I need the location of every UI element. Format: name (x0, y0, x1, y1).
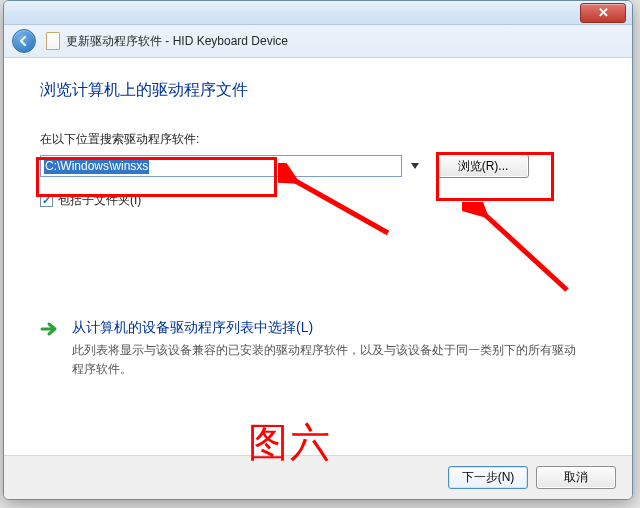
path-input[interactable] (40, 155, 402, 177)
dialog-window: ✕ 更新驱动程序软件 - HID Keyboard Device 浏览计算机上的… (3, 0, 633, 500)
option-description: 此列表将显示与该设备兼容的已安装的驱动程序软件，以及与该设备处于同一类别下的所有… (72, 341, 576, 379)
breadcrumb: 更新驱动程序软件 - HID Keyboard Device (46, 32, 288, 50)
browse-button[interactable]: 浏览(R)... (437, 154, 529, 178)
option-title: 从计算机的设备驱动程序列表中选择(L) (72, 319, 576, 337)
path-row: C:\Windows\winsxs 浏览(R)... (40, 154, 596, 178)
pick-from-list-option[interactable]: 从计算机的设备驱动程序列表中选择(L) 此列表将显示与该设备兼容的已安装的驱动程… (40, 319, 596, 379)
include-subfolders-checkbox[interactable]: ✓ (40, 194, 53, 207)
next-button[interactable]: 下一步(N) (448, 466, 528, 489)
page-icon (46, 32, 60, 50)
path-combobox[interactable]: C:\Windows\winsxs (40, 155, 423, 177)
cancel-button[interactable]: 取消 (536, 466, 616, 489)
window-title: 更新驱动程序软件 - HID Keyboard Device (66, 33, 288, 50)
include-subfolders-row[interactable]: ✓ 包括子文件夹(I) (40, 192, 596, 209)
back-button[interactable] (12, 29, 36, 53)
content-area: 浏览计算机上的驱动程序文件 在以下位置搜索驱动程序软件: C:\Windows\… (4, 58, 632, 438)
dropdown-arrow-icon[interactable] (407, 157, 423, 175)
titlebar: ✕ (4, 1, 632, 25)
search-location-label: 在以下位置搜索驱动程序软件: (40, 131, 596, 148)
option-arrow-icon (40, 321, 60, 379)
include-subfolders-label: 包括子文件夹(I) (58, 192, 141, 209)
close-button[interactable]: ✕ (580, 3, 626, 23)
dialog-footer: 下一步(N) 取消 (4, 455, 632, 499)
page-heading: 浏览计算机上的驱动程序文件 (40, 80, 596, 101)
nav-bar: 更新驱动程序软件 - HID Keyboard Device (4, 25, 632, 58)
back-arrow-icon (18, 35, 30, 47)
